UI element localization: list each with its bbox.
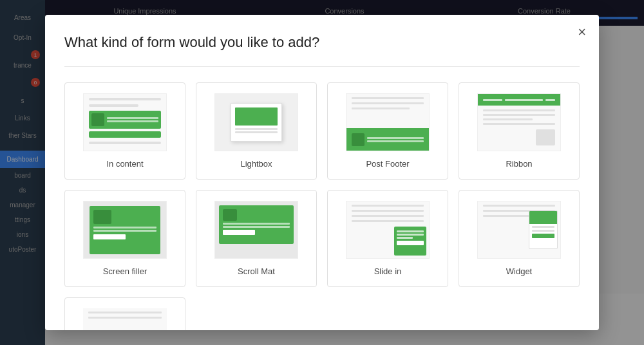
ribbon-preview	[477, 93, 561, 151]
slide-in-btn	[397, 241, 424, 245]
ribbon-label: Ribbon	[506, 159, 532, 169]
form-card-partial[interactable]	[64, 297, 185, 330]
lightbox-label: Lightbox	[240, 159, 272, 169]
form-type-grid-row2	[64, 297, 580, 330]
screen-filler-label: Screen filler	[103, 266, 147, 276]
in-content-label: In content	[106, 159, 143, 169]
form-card-screen-filler[interactable]: Screen filler	[64, 190, 185, 287]
slide-in-preview	[346, 201, 430, 259]
form-type-grid: In content Lightbox	[64, 82, 580, 287]
lightbox-preview	[214, 93, 298, 151]
post-footer-preview	[346, 93, 430, 151]
modal-overlay: × What kind of form would you like to ad…	[0, 0, 644, 345]
form-card-ribbon[interactable]: Ribbon	[459, 82, 580, 180]
modal-divider	[64, 66, 580, 67]
modal-title: What kind of form would you like to add?	[64, 34, 580, 51]
scroll-mat-label: Scroll Mat	[238, 266, 275, 276]
form-card-widget[interactable]: Widget	[459, 190, 580, 287]
close-button[interactable]: ×	[578, 25, 586, 39]
partial-preview	[83, 308, 167, 330]
widget-label: Widget	[506, 266, 532, 276]
form-card-scroll-mat[interactable]: Scroll Mat	[196, 190, 317, 287]
slide-in-label: Slide in	[374, 266, 402, 276]
scroll-mat-preview	[214, 201, 298, 259]
post-footer-label: Post Footer	[366, 159, 409, 169]
screen-filler-preview	[83, 201, 167, 259]
form-card-slide-in[interactable]: Slide in	[327, 190, 448, 287]
in-content-preview	[83, 93, 167, 151]
form-card-lightbox[interactable]: Lightbox	[196, 82, 317, 180]
form-card-post-footer[interactable]: Post Footer	[327, 82, 448, 180]
modal-dialog: × What kind of form would you like to ad…	[45, 15, 599, 330]
form-card-in-content[interactable]: In content	[64, 82, 185, 180]
widget-preview	[477, 201, 561, 259]
